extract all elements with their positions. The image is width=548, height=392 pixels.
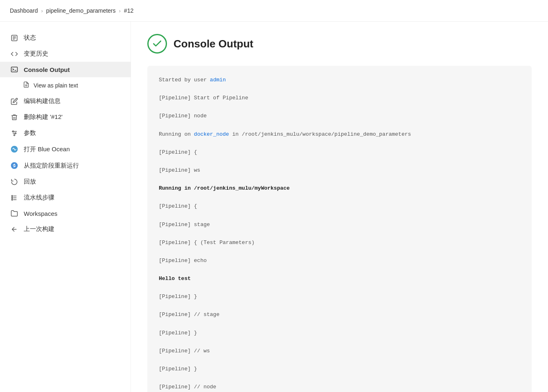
console-line-14: [Pipeline] // stage (159, 310, 520, 319)
console-line-4: Running on docker_node in /root/jenkins_… (159, 130, 520, 139)
steps-icon (10, 194, 19, 202)
terminal-icon (10, 66, 19, 73)
console-line-12: Hello test (159, 274, 520, 283)
console-line-16: [Pipeline] // ws (159, 347, 520, 356)
sidebar-item-parameters-label: 参数 (24, 129, 36, 137)
svg-point-12 (15, 132, 16, 134)
page-title: Console Output (174, 38, 253, 50)
sidebar-item-delete-label: 删除构建 '#12' (24, 113, 63, 121)
sidebar-item-prev-build-label: 上一次构建 (24, 225, 54, 233)
replay-icon (10, 178, 19, 186)
sidebar-item-pipeline-steps[interactable]: 流水线步骤 (0, 190, 131, 206)
docker-node-link[interactable]: docker_node (194, 131, 229, 137)
console-line-15: [Pipeline] } (159, 329, 520, 338)
svg-point-16 (11, 195, 13, 197)
breadcrumb-dashboard[interactable]: Dashboard (10, 7, 38, 14)
filter-icon (10, 130, 19, 137)
breadcrumb: Dashboard › pipeline_demo_parameters › #… (0, 0, 548, 22)
sidebar-item-restart-stage[interactable]: 从指定阶段重新运行 (0, 157, 131, 174)
admin-link[interactable]: admin (210, 77, 226, 83)
sidebar: 状态 变更历史 Console Output (0, 22, 131, 392)
sidebar-item-prev-build[interactable]: 上一次构建 (0, 221, 131, 237)
sidebar-item-edit-label: 编辑构建信息 (24, 97, 61, 105)
sidebar-item-blue-ocean[interactable]: 打开 Blue Ocean (0, 141, 131, 157)
breadcrumb-pipeline[interactable]: pipeline_demo_parameters (46, 7, 116, 14)
page-header: Console Output (147, 34, 532, 54)
sidebar-item-console-output[interactable]: Console Output (0, 62, 131, 77)
code-icon (10, 50, 19, 58)
success-status-icon (147, 34, 167, 54)
sidebar-item-pipeline-steps-label: 流水线步骤 (24, 194, 54, 202)
blue-ocean-icon (10, 145, 19, 153)
sidebar-item-workspaces-label: Workspaces (24, 210, 57, 217)
console-output-box: Started by user admin [Pipeline] Start o… (147, 66, 532, 392)
svg-point-13 (14, 134, 15, 136)
sidebar-item-workspaces[interactable]: Workspaces (0, 206, 131, 221)
trash-icon (10, 114, 19, 121)
sidebar-item-blue-ocean-label: 打开 Blue Ocean (24, 146, 70, 153)
folder-icon (10, 210, 19, 217)
sidebar-item-console-label: Console Output (24, 66, 70, 73)
svg-point-11 (13, 131, 14, 132)
breadcrumb-sep-1: › (41, 8, 43, 14)
console-line-2: [Pipeline] Start of Pipeline (159, 94, 520, 103)
sidebar-item-replay[interactable]: 回放 (0, 174, 131, 190)
console-line-18: [Pipeline] // node (159, 383, 520, 392)
console-line-8: [Pipeline] { (159, 202, 520, 211)
restart-icon (10, 161, 19, 170)
sidebar-item-edit-build[interactable]: 编辑构建信息 (0, 93, 131, 109)
console-line-7: Running in /root/jenkins_mulu/myWorkspac… (159, 184, 520, 193)
sidebar-item-changes-label: 变更历史 (24, 50, 48, 58)
sidebar-item-replay-label: 回放 (24, 178, 36, 186)
arrow-left-icon (10, 226, 19, 233)
list-icon (10, 34, 19, 42)
sidebar-item-view-plain-text[interactable]: View as plain text (0, 77, 131, 93)
console-line-10: [Pipeline] { (Test Parameters) (159, 238, 520, 247)
svg-point-18 (11, 199, 13, 200)
console-line-17: [Pipeline] } (159, 365, 520, 374)
console-line-1: Started by user admin (159, 76, 520, 85)
sidebar-item-delete-build[interactable]: 删除构建 '#12' (0, 109, 131, 125)
console-line-5: [Pipeline] { (159, 148, 520, 157)
console-line-11: [Pipeline] echo (159, 256, 520, 265)
svg-point-17 (11, 197, 13, 198)
sidebar-item-status-label: 状态 (24, 34, 36, 42)
sidebar-item-parameters[interactable]: 参数 (0, 125, 131, 141)
console-line-13: [Pipeline] } (159, 292, 520, 301)
file-icon (23, 81, 29, 89)
sidebar-item-restart-stage-label: 从指定阶段重新运行 (24, 162, 79, 170)
main-content: Console Output Started by user admin [Pi… (131, 22, 548, 392)
console-line-9: [Pipeline] stage (159, 220, 520, 229)
edit-icon (10, 98, 19, 105)
breadcrumb-sep-2: › (119, 8, 121, 14)
breadcrumb-build[interactable]: #12 (124, 7, 133, 14)
sidebar-item-changes[interactable]: 变更历史 (0, 46, 131, 62)
svg-rect-4 (11, 67, 18, 72)
sidebar-item-status[interactable]: 状态 (0, 30, 131, 46)
view-plain-text-label: View as plain text (34, 82, 78, 89)
console-line-3: [Pipeline] node (159, 112, 520, 121)
console-line-6: [Pipeline] ws (159, 166, 520, 175)
